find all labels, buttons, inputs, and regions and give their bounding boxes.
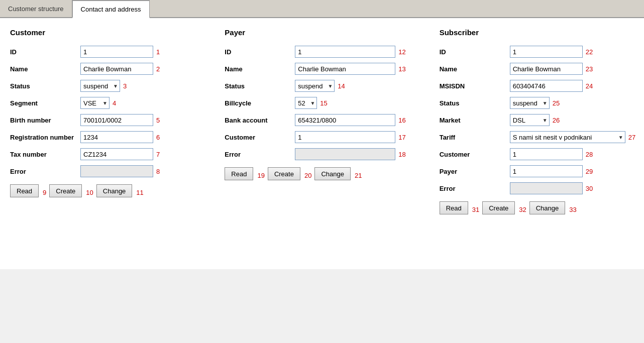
customer-error-row: Error 8 [10, 165, 204, 177]
payer-status-num: 14 [338, 82, 345, 90]
customer-change-num: 11 [136, 189, 143, 197]
subscriber-id-input[interactable] [510, 46, 583, 58]
subscriber-error-label: Error [440, 185, 510, 192]
subscriber-market-label: Market [440, 117, 510, 124]
subscriber-change-num: 33 [569, 206, 576, 214]
customer-id-input[interactable] [80, 46, 153, 58]
payer-read-button[interactable]: Read [225, 167, 253, 180]
payer-billcycle-label: Billcycle [225, 99, 295, 107]
subscriber-name-input[interactable] [510, 63, 583, 75]
payer-customer-input[interactable] [295, 131, 395, 143]
subscriber-name-num: 23 [586, 65, 593, 73]
subscriber-create-button[interactable]: Create [482, 201, 515, 214]
payer-billcycle-select-wrap: 52 30 60 ▼ [295, 97, 317, 109]
payer-error-num: 18 [398, 151, 405, 158]
subscriber-section: Subscriber ID 22 Name 23 MSISDN 24 Stat [440, 28, 634, 214]
payer-error-label: Error [225, 151, 295, 158]
customer-status-row: Status suspend active inactive ▼ 3 [10, 80, 204, 92]
subscriber-id-label: ID [440, 48, 510, 56]
customer-tax-input[interactable] [80, 148, 153, 160]
subscriber-tariff-select[interactable]: S nami sit nesit v podnikani Option 2 Op… [510, 131, 625, 143]
customer-tax-num: 7 [156, 151, 160, 158]
subscriber-error-row: Error 30 [440, 182, 634, 194]
subscriber-id-num: 22 [586, 48, 593, 56]
subscriber-payer-row: Payer 29 [440, 165, 634, 177]
subscriber-status-label: Status [440, 99, 510, 107]
payer-bank-num: 16 [398, 117, 405, 124]
customer-error-num: 8 [156, 168, 160, 175]
payer-billcycle-num: 15 [320, 99, 327, 107]
payer-status-label: Status [225, 82, 295, 90]
subscriber-create-num: 32 [519, 206, 526, 214]
subscriber-market-row: Market DSL MOBILE FIXED ▼ 26 [440, 114, 634, 126]
subscriber-msisdn-row: MSISDN 24 [440, 80, 634, 92]
subscriber-payer-input[interactable] [510, 165, 583, 177]
payer-create-button[interactable]: Create [268, 167, 300, 180]
subscriber-msisdn-input[interactable] [510, 80, 583, 92]
customer-name-row: Name 2 [10, 63, 204, 75]
customer-segment-select[interactable]: VSE SME ENT [80, 97, 110, 109]
tab-customer-structure[interactable]: Customer structure [0, 0, 72, 17]
customer-read-button[interactable]: Read [10, 184, 39, 197]
subscriber-error-num: 30 [586, 185, 593, 192]
customer-segment-row: Segment VSE SME ENT ▼ 4 [10, 97, 204, 109]
customer-change-button[interactable]: Change [96, 184, 133, 197]
payer-customer-num: 17 [398, 134, 405, 141]
customer-reg-row: Registration number 6 [10, 131, 204, 143]
payer-id-label: ID [225, 48, 295, 56]
customer-tax-label: Tax number [10, 151, 80, 158]
subscriber-tariff-num: 27 [628, 134, 635, 141]
customer-create-button[interactable]: Create [49, 184, 82, 197]
subscriber-title: Subscriber [440, 28, 634, 37]
customer-read-num: 9 [43, 189, 46, 197]
payer-bank-row: Bank account 16 [225, 114, 419, 126]
customer-name-input[interactable] [80, 63, 153, 75]
customer-create-num: 10 [86, 189, 93, 197]
customer-reg-input[interactable] [80, 131, 153, 143]
subscriber-tariff-select-wrap: S nami sit nesit v podnikani Option 2 Op… [510, 131, 625, 143]
payer-status-select-wrap: suspend active inactive ▼ [295, 80, 335, 92]
subscriber-id-row: ID 22 [440, 46, 634, 58]
payer-bank-input[interactable] [295, 114, 395, 126]
subscriber-customer-input[interactable] [510, 148, 583, 160]
customer-status-label: Status [10, 82, 80, 90]
payer-billcycle-row: Billcycle 52 30 60 ▼ 15 [225, 97, 419, 109]
payer-billcycle-select[interactable]: 52 30 60 [295, 97, 317, 109]
payer-id-row: ID 12 [225, 46, 419, 58]
subscriber-status-select-wrap: suspend active inactive ▼ [510, 97, 550, 109]
customer-reg-label: Registration number [10, 134, 80, 141]
payer-name-label: Name [225, 65, 295, 73]
subscriber-payer-label: Payer [440, 168, 510, 175]
payer-name-input[interactable] [295, 63, 395, 75]
subscriber-change-button[interactable]: Change [529, 201, 566, 214]
payer-id-input[interactable] [295, 46, 395, 58]
subscriber-status-select[interactable]: suspend active inactive [510, 97, 550, 109]
subscriber-error-input [510, 182, 583, 194]
subscriber-btn-row: Read 31 Create 32 Change 33 [440, 201, 634, 214]
tab-bar: Customer structure Contact and address [0, 0, 644, 18]
subscriber-market-select[interactable]: DSL MOBILE FIXED [510, 114, 550, 126]
customer-birth-input[interactable] [80, 114, 153, 126]
subscriber-customer-label: Customer [440, 151, 510, 158]
payer-status-select[interactable]: suspend active inactive [295, 80, 335, 92]
payer-change-button[interactable]: Change [314, 167, 351, 180]
subscriber-read-button[interactable]: Read [440, 201, 468, 214]
payer-status-row: Status suspend active inactive ▼ 14 [225, 80, 419, 92]
customer-id-label: ID [10, 48, 80, 56]
payer-change-num: 21 [355, 172, 362, 180]
customer-status-select-wrap: suspend active inactive ▼ [80, 80, 120, 92]
customer-status-num: 3 [123, 82, 127, 90]
customer-segment-label: Segment [10, 99, 80, 107]
customer-birth-label: Birth number [10, 117, 80, 124]
payer-error-input [295, 148, 395, 160]
subscriber-tariff-label: Tariff [440, 134, 510, 141]
subscriber-read-num: 31 [472, 206, 479, 214]
customer-status-select[interactable]: suspend active inactive [80, 80, 120, 92]
customer-id-num: 1 [156, 48, 160, 56]
tab-contact-address[interactable]: Contact and address [72, 0, 150, 18]
subscriber-customer-num: 28 [586, 151, 593, 158]
subscriber-status-num: 25 [553, 99, 560, 107]
payer-name-num: 13 [398, 65, 405, 73]
subscriber-name-row: Name 23 [440, 63, 634, 75]
subscriber-customer-row: Customer 28 [440, 148, 634, 160]
